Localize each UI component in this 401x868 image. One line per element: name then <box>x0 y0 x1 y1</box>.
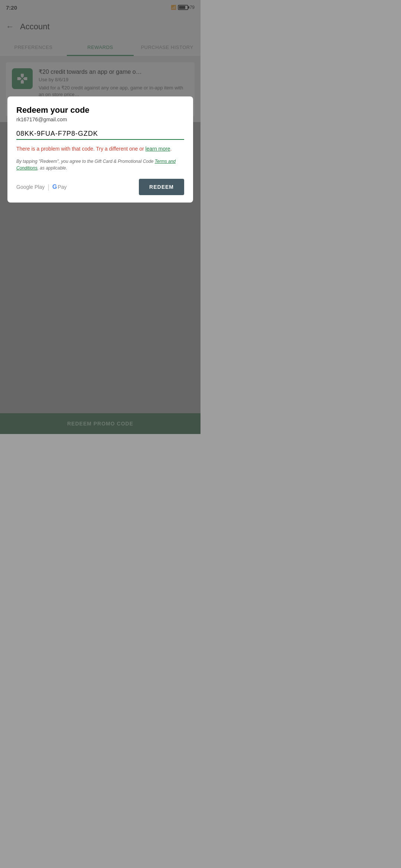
terms-text: By tapping "Redeem", you agree to the Gi… <box>16 158 184 171</box>
dialog-footer: Google Play | G Pay REDEEM <box>16 179 184 195</box>
code-input-wrapper[interactable] <box>16 130 184 140</box>
brand-logos: Google Play | G Pay <box>16 183 67 191</box>
error-message: There is a problem with that code. Try a… <box>16 145 184 153</box>
logo-divider: | <box>48 183 49 191</box>
redeem-dialog: Redeem your code rk167176@gmail.com Ther… <box>7 96 193 203</box>
dialog-overlay <box>0 0 200 434</box>
learn-more-link[interactable]: learn more <box>146 146 170 152</box>
dialog-title: Redeem your code <box>16 105 184 115</box>
google-play-logo: Google Play <box>16 184 45 190</box>
gpay-logo: G Pay <box>52 184 67 190</box>
code-input[interactable] <box>16 130 184 138</box>
redeem-button[interactable]: REDEEM <box>139 179 184 195</box>
dialog-email: rk167176@gmail.com <box>16 116 184 122</box>
